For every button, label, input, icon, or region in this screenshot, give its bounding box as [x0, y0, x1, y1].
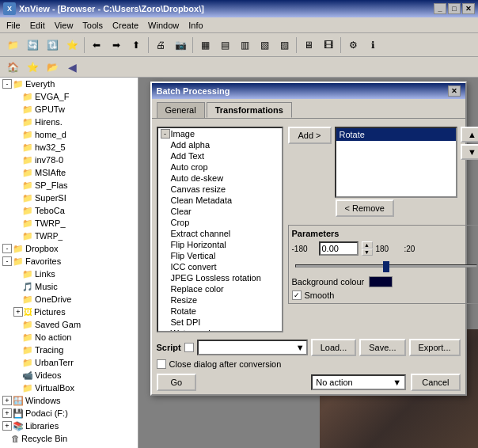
tb2-home[interactable]: 🏠: [3, 58, 22, 77]
tree-item-controlpanel[interactable]: 🖥 Control Panel: [0, 445, 138, 448]
menu-view[interactable]: View: [50, 19, 78, 32]
close-dialog-checkbox[interactable]: [157, 359, 166, 369]
tb-left[interactable]: ⬅: [87, 36, 106, 55]
tree-item-recyclebin[interactable]: 🗑 Recycle Bin: [0, 432, 138, 445]
tree-item-urbanterr[interactable]: 📁 UrbanTerr: [0, 356, 138, 369]
transform-set-dpi[interactable]: Set DPI: [158, 317, 282, 328]
tb-cam[interactable]: 📷: [171, 36, 190, 55]
tree-item-twrp1[interactable]: 📁 TWRP_: [0, 217, 138, 230]
tree-item-music[interactable]: 🎵 Music: [0, 280, 138, 293]
rotation-value-input[interactable]: [319, 241, 358, 256]
tree-item-tracing[interactable]: 📁 Tracing: [0, 344, 138, 356]
cancel-button[interactable]: Cancel: [411, 374, 460, 391]
tree-item-videos[interactable]: 📹 Videos: [0, 369, 138, 382]
close-window-button[interactable]: ✕: [462, 3, 475, 14]
transform-rotate[interactable]: Rotate: [158, 306, 282, 317]
tb-view2[interactable]: ▤: [215, 36, 234, 55]
tb-right[interactable]: ➡: [107, 36, 126, 55]
save-button[interactable]: Save...: [359, 339, 405, 356]
tb-refresh[interactable]: 🔄: [23, 36, 42, 55]
transform-add-alpha[interactable]: Add alpha: [158, 139, 282, 150]
move-down-button[interactable]: ▼: [461, 144, 479, 160]
transform-canvas-resize[interactable]: Canvas resize: [158, 184, 282, 195]
script-dropdown[interactable]: ▼: [197, 340, 308, 355]
tree-item-podaci[interactable]: + 💾 Podaci (F:): [0, 407, 138, 420]
tree-item-dropbox[interactable]: - 📁 Dropbox: [0, 242, 138, 255]
transform-watermark[interactable]: Watermark: [158, 328, 282, 332]
selected-rotate[interactable]: Rotate: [336, 128, 456, 141]
transform-replace-color[interactable]: Replace color: [158, 283, 282, 294]
tree-item-pictures[interactable]: + 🖼 Pictures: [0, 306, 138, 318]
transform-auto-deskew[interactable]: Auto de-skew: [158, 173, 282, 184]
expand-windows[interactable]: +: [2, 396, 12, 405]
tb-view3[interactable]: ▥: [235, 36, 254, 55]
expand-everyth[interactable]: -: [2, 79, 12, 89]
menu-create[interactable]: Create: [108, 19, 143, 32]
tb-up[interactable]: ⬆: [127, 36, 146, 55]
add-button[interactable]: Add >: [288, 127, 332, 144]
tb-gear[interactable]: ⚙: [343, 36, 362, 55]
tb-monitor[interactable]: 🖥: [299, 36, 318, 55]
expand-pictures[interactable]: +: [13, 307, 23, 317]
tree-item-homed[interactable]: 📁 home_d: [0, 128, 138, 141]
script-checkbox[interactable]: [184, 343, 194, 352]
menu-window[interactable]: Window: [143, 19, 184, 32]
spin-up[interactable]: ▲: [362, 241, 373, 249]
tree-item-links[interactable]: 📁 Links: [0, 268, 138, 280]
transform-add-text[interactable]: Add Text: [158, 150, 282, 161]
transform-auto-crop[interactable]: Auto crop: [158, 161, 282, 173]
expand-favorites[interactable]: -: [2, 256, 12, 266]
tree-item-tebo[interactable]: 📁 TeboCa: [0, 204, 138, 217]
tb-refresh2[interactable]: 🔃: [43, 36, 62, 55]
spin-down[interactable]: ▼: [362, 249, 373, 256]
tree-item-searches[interactable]: 📁 No action: [0, 331, 138, 344]
tb-star[interactable]: ⭐: [63, 36, 82, 55]
transform-flip-h[interactable]: Flip Horizontal: [158, 239, 282, 250]
transform-jpeg-rotation[interactable]: JPEG Lossless rotation: [158, 272, 282, 283]
menu-file[interactable]: File: [2, 19, 25, 32]
tree-item-windows[interactable]: + 🪟 Windows: [0, 394, 138, 407]
go-button[interactable]: Go: [157, 374, 197, 391]
tree-item-virtualbox[interactable]: 📁 VirtualBox: [0, 382, 138, 394]
tb2-folder[interactable]: 📂: [43, 58, 62, 77]
bg-colour-swatch[interactable]: [369, 276, 393, 287]
tb2-star[interactable]: ⭐: [23, 58, 42, 77]
menu-tools[interactable]: Tools: [78, 19, 108, 32]
smooth-checkbox[interactable]: ✓: [292, 290, 302, 300]
tb-print[interactable]: 🖨: [151, 36, 170, 55]
transform-clean-metadata[interactable]: Clean Metadata: [158, 195, 282, 206]
tree-item-favorites[interactable]: - 📁 Favorites: [0, 255, 138, 268]
tab-transformations[interactable]: Transformations: [207, 102, 292, 118]
expand-podaci[interactable]: +: [2, 408, 12, 418]
expand-dropbox[interactable]: -: [2, 244, 12, 253]
tree-item-onedrive[interactable]: 📁 OneDrive: [0, 293, 138, 306]
tree-item-msi[interactable]: 📁 MSIAfte: [0, 166, 138, 179]
transform-group-image[interactable]: - Image: [158, 128, 282, 139]
export-button[interactable]: Export...: [409, 339, 461, 356]
tree-item-gputw[interactable]: 📁 GPUTw: [0, 103, 138, 116]
tree-item-sp[interactable]: 📁 SP_Flas: [0, 179, 138, 192]
transform-flip-v[interactable]: Flip Vertical: [158, 250, 282, 261]
tree-item-evga[interactable]: 📁 EVGA_F: [0, 90, 138, 103]
tb2-back[interactable]: ◀: [63, 58, 82, 77]
tb-view4[interactable]: ▧: [255, 36, 274, 55]
maximize-button[interactable]: □: [448, 3, 461, 14]
tree-item-inv78[interactable]: 📁 inv78-0: [0, 154, 138, 166]
transform-icc[interactable]: ICC convert: [158, 261, 282, 272]
load-button[interactable]: Load...: [311, 339, 357, 356]
tree-item-hw32[interactable]: 📁 hw32_5: [0, 141, 138, 154]
menu-info[interactable]: Info: [184, 19, 207, 32]
transform-extract-channel[interactable]: Extract channel: [158, 228, 282, 239]
tb-view5[interactable]: ▨: [275, 36, 294, 55]
minimize-button[interactable]: _: [434, 3, 446, 14]
tree-item-libraries[interactable]: + 📚 Libraries: [0, 420, 138, 432]
move-up-button[interactable]: ▲: [461, 127, 479, 142]
tb-view1[interactable]: ▦: [195, 36, 214, 55]
tree-item-savedgames[interactable]: 📁 Saved Gam: [0, 318, 138, 331]
remove-button[interactable]: < Remove: [336, 199, 394, 217]
dialog-close-button[interactable]: ✕: [448, 85, 461, 97]
tree-item-twrp2[interactable]: 📁 TWRP_: [0, 230, 138, 242]
tree-item-hirens[interactable]: 📁 Hirens.: [0, 116, 138, 128]
tree-item-supers[interactable]: 📁 SuperSI: [0, 192, 138, 204]
expand-image-group[interactable]: -: [161, 129, 170, 139]
